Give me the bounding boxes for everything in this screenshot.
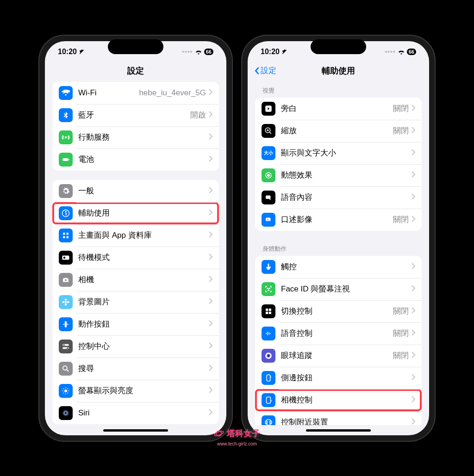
svg-rect-5: [63, 233, 65, 235]
search-icon: [59, 362, 73, 376]
row-eyetrack[interactable]: 眼球追蹤關閉: [255, 345, 422, 367]
content-right[interactable]: 視覺旁白關閉縮放關閉大小顯示與文字大小動態效果語音內容口述影像關閉身體動作觸控F…: [248, 82, 429, 425]
svg-point-33: [267, 288, 268, 289]
row-label: 動作按鈕: [78, 319, 209, 329]
chevron-right-icon: [209, 89, 212, 97]
planet-icon: [214, 428, 224, 439]
svg-rect-47: [270, 376, 271, 378]
row-audiodesc[interactable]: 口述影像關閉: [255, 209, 422, 231]
chevron-right-icon: [209, 187, 212, 195]
row-cellular[interactable]: 行動服務: [52, 126, 219, 148]
row-textsize[interactable]: 大小顯示與文字大小: [255, 142, 422, 164]
row-faceid[interactable]: Face ID 與螢幕注視: [255, 278, 422, 300]
motion-icon: [262, 168, 275, 182]
row-wifi[interactable]: Wi-Fihebe_iu_4ever_5G: [52, 82, 219, 104]
chevron-right-icon: [209, 387, 212, 395]
svg-point-20: [63, 344, 65, 346]
voiceover-icon: [262, 102, 275, 116]
section-header: 視覺: [248, 82, 429, 98]
row-display[interactable]: 螢幕顯示與亮度: [52, 380, 219, 402]
row-search[interactable]: 搜尋: [52, 358, 219, 380]
dots-icon: ••••: [385, 48, 396, 56]
mute-icon: [281, 49, 288, 55]
svg-rect-50: [265, 421, 267, 424]
row-value: 關閉: [393, 125, 409, 136]
action-icon: [59, 317, 73, 331]
row-zoom[interactable]: 縮放關閉: [255, 120, 422, 142]
svg-rect-8: [67, 236, 69, 238]
svg-rect-2: [69, 159, 69, 160]
row-value: 關閉: [393, 103, 409, 114]
home-indicator[interactable]: [306, 429, 371, 432]
voice-icon: [262, 327, 275, 340]
row-action[interactable]: 動作按鈕: [52, 313, 219, 335]
row-value: 關閉: [393, 214, 409, 225]
row-spoken[interactable]: 語音內容: [255, 186, 422, 209]
camctrl-icon: [262, 393, 275, 407]
battery-indicator: 66: [407, 49, 416, 55]
row-standby[interactable]: 待機模式: [52, 247, 219, 269]
chevron-right-icon: [209, 155, 212, 164]
row-siri[interactable]: Siri: [52, 402, 219, 424]
flower-icon: [59, 295, 73, 309]
row-switchctrl[interactable]: 切換控制關閉: [255, 300, 422, 322]
row-motion[interactable]: 動態效果: [255, 164, 422, 186]
chevron-right-icon: [412, 352, 415, 360]
mute-icon: [79, 49, 85, 55]
wifi-status-icon: [398, 49, 405, 55]
page-title: 輔助使用: [322, 65, 355, 76]
row-label: 語音內容: [281, 192, 412, 203]
row-cameractrl[interactable]: 相機控制: [255, 389, 422, 411]
row-label: 觸控: [281, 261, 412, 272]
row-accessibility[interactable]: 輔助使用: [52, 202, 219, 224]
battery-icon: [59, 153, 73, 167]
row-label: 動態效果: [281, 170, 412, 180]
row-label: 眼球追蹤: [281, 350, 393, 361]
row-bluetooth[interactable]: 藍牙開啟: [52, 104, 219, 126]
zoom-icon: [262, 124, 275, 138]
svg-point-13: [65, 298, 67, 301]
row-label: Siri: [78, 408, 209, 418]
row-value: 開啟: [190, 110, 206, 120]
row-label: 藍牙: [78, 110, 190, 120]
row-wallpaper[interactable]: 背景圖片: [52, 291, 219, 313]
row-touch[interactable]: 觸控: [255, 256, 422, 278]
touch-icon: [262, 260, 275, 274]
row-label: 背景圖片: [78, 297, 209, 307]
row-general[interactable]: 一般: [52, 180, 219, 202]
row-battery[interactable]: 電池: [52, 148, 219, 171]
row-label: 待機模式: [78, 252, 209, 263]
svg-point-23: [64, 389, 67, 392]
section-header: 身體動作: [248, 240, 429, 256]
row-label: 語音控制: [281, 328, 393, 339]
svg-rect-36: [269, 309, 271, 311]
speech-icon: [262, 191, 275, 204]
svg-rect-35: [266, 309, 268, 311]
row-control[interactable]: 控制中心: [52, 335, 219, 358]
back-button[interactable]: 設定: [254, 65, 276, 76]
home-indicator[interactable]: [103, 429, 168, 432]
faceid-icon: [262, 282, 275, 296]
chevron-right-icon: [209, 342, 212, 351]
watermark-text: 塔科女子: [227, 428, 260, 439]
svg-rect-39: [266, 333, 267, 334]
chevron-right-icon: [412, 193, 415, 202]
phone-right: 10:20 •••• 66 設定 輔助使用 視覺旁白關閉縮放關閉大小顯示與文字大…: [241, 35, 436, 442]
chevron-right-icon: [412, 127, 415, 135]
svg-rect-40: [268, 332, 268, 335]
row-nearby[interactable]: 控制附近裝置: [255, 411, 422, 425]
row-sidebtn[interactable]: 側邊按鈕: [255, 367, 422, 389]
row-voiceover[interactable]: 旁白關閉: [255, 98, 422, 120]
row-camera[interactable]: 相機: [52, 269, 219, 291]
row-voicectrl[interactable]: 語音控制關閉: [255, 322, 422, 345]
svg-point-15: [62, 301, 65, 303]
svg-point-21: [67, 347, 68, 348]
content-left[interactable]: Wi-Fihebe_iu_4ever_5G藍牙開啟行動服務電池一般輔助使用主畫面…: [45, 82, 226, 425]
chevron-right-icon: [209, 409, 212, 417]
svg-point-30: [268, 174, 270, 176]
accessibility-icon: [59, 206, 73, 220]
row-homescreen[interactable]: 主畫面與 App 資料庫: [52, 224, 219, 247]
row-label: 輔助使用: [78, 208, 209, 218]
svg-point-4: [65, 210, 67, 212]
row-label: Wi-Fi: [78, 88, 139, 98]
